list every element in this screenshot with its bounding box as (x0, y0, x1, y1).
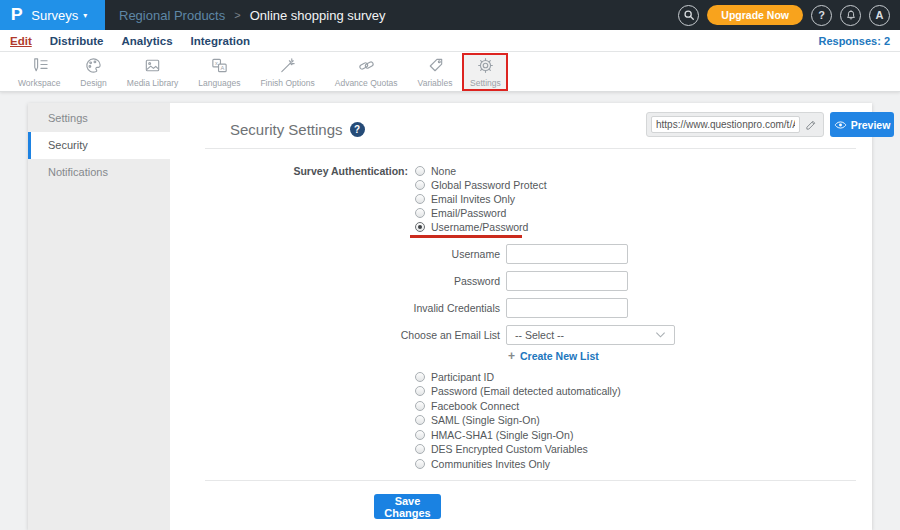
radio-icon[interactable] (415, 180, 425, 190)
nav-tab-distribute[interactable]: Distribute (50, 35, 104, 47)
radio-option-username-password[interactable]: Username/Password (415, 220, 547, 234)
radio-option-facebook-connect[interactable]: Facebook Connect (415, 399, 872, 414)
toolbar-item-workspace[interactable]: Workspace (8, 53, 70, 91)
annotation-underline (410, 235, 522, 238)
breadcrumb: Regional Products > Online shopping surv… (119, 8, 386, 23)
security-form: Survey Authentication: None Global Passw… (170, 164, 872, 519)
content-panel: Settings Security Notifications Security… (28, 103, 872, 530)
settings-gear-icon (476, 56, 495, 75)
edit-pencil-icon[interactable] (805, 119, 817, 131)
security-settings-pane: Security Settings ? Survey Authenticatio… (170, 103, 872, 530)
survey-authentication-label: Survey Authentication: (170, 164, 408, 238)
breadcrumb-separator: > (234, 9, 240, 21)
radio-icon[interactable] (415, 444, 425, 454)
save-changes-button[interactable]: Save Changes (374, 494, 441, 519)
create-new-list-link[interactable]: + Create New List (508, 351, 872, 362)
avatar[interactable]: A (869, 5, 890, 26)
bell-icon (845, 9, 857, 21)
radio-icon[interactable] (415, 430, 425, 440)
radio-icon[interactable] (415, 208, 425, 218)
nav-tab-integration[interactable]: Integration (191, 35, 250, 47)
toolbar-item-design[interactable]: Design (70, 53, 116, 91)
radio-option-hmac-sha1-sso[interactable]: HMAC-SHA1 (Single Sign-On) (415, 428, 872, 443)
design-icon (84, 56, 103, 75)
password-field[interactable] (506, 271, 628, 291)
svg-text:x: x (215, 60, 218, 66)
radio-option-email-password[interactable]: Email/Password (415, 206, 547, 220)
radio-icon[interactable] (415, 194, 425, 204)
radio-option-des-encrypted-variables[interactable]: DES Encrypted Custom Variables (415, 442, 872, 457)
settings-sidebar: Settings Security Notifications (28, 103, 170, 530)
advance-quotas-icon (357, 56, 376, 75)
surveys-menu-label: Surveys (31, 8, 78, 23)
toolbar-item-settings annotation-box[interactable]: Settings (462, 53, 508, 91)
caret-down-icon: ▾ (83, 10, 87, 20)
radio-option-global-password-protect[interactable]: Global Password Protect (415, 178, 547, 192)
nav-tab-analytics[interactable]: Analytics (121, 35, 172, 47)
breadcrumb-project[interactable]: Regional Products (119, 8, 225, 23)
page-title: Security Settings (230, 121, 343, 138)
password-label: Password (170, 275, 500, 287)
sidebar-item-security[interactable]: Security (28, 132, 170, 159)
radio-icon[interactable] (415, 386, 425, 396)
email-list-label: Choose an Email List (170, 329, 500, 341)
variables-icon (426, 56, 445, 75)
svg-text:A: A (220, 65, 224, 71)
radio-icon[interactable] (415, 166, 425, 176)
upgrade-now-button[interactable]: Upgrade Now (707, 5, 803, 25)
top-bar: P Surveys ▾ Regional Products > Online s… (0, 0, 900, 30)
invalid-credentials-field[interactable] (506, 298, 628, 318)
sidebar-item-settings[interactable]: Settings (28, 105, 170, 132)
toolbar-item-finish-options[interactable]: Finish Options (250, 53, 324, 91)
username-label: Username (170, 248, 500, 260)
toolbar-item-variables[interactable]: Variables (408, 53, 463, 91)
search-icon (683, 9, 695, 21)
survey-url-input[interactable] (651, 116, 800, 133)
radio-option-saml-sso[interactable]: SAML (Single Sign-On) (415, 413, 872, 428)
email-list-selected-value: -- Select -- (515, 329, 564, 341)
auth-options-bottom: Participant ID Password (Email detected … (415, 370, 872, 472)
auth-options-top: None Global Password Protect Email Invit… (415, 164, 547, 238)
survey-url-box (646, 112, 824, 137)
email-list-select[interactable]: -- Select -- (506, 325, 675, 345)
radio-icon[interactable] (415, 372, 425, 382)
radio-option-email-invites-only[interactable]: Email Invites Only (415, 192, 547, 206)
questionpro-logo: P (11, 5, 23, 25)
workspace-icon (30, 56, 49, 75)
radio-icon[interactable] (415, 415, 425, 425)
surveys-menu[interactable]: P Surveys ▾ (0, 0, 105, 30)
radio-icon-selected[interactable] (415, 222, 425, 232)
radio-option-password-email-detected[interactable]: Password (Email detected automatically) (415, 384, 872, 399)
toolbar-item-advance-quotas[interactable]: Advance Quotas (325, 53, 408, 91)
media-library-icon (143, 56, 162, 75)
notifications-button[interactable] (840, 5, 861, 26)
nav-tab-edit[interactable]: Edit (10, 35, 32, 47)
sidebar-item-notifications[interactable]: Notifications (28, 159, 170, 186)
radio-option-none[interactable]: None (415, 164, 547, 178)
divider (205, 480, 856, 481)
radio-icon[interactable] (415, 401, 425, 411)
radio-option-participant-id[interactable]: Participant ID (415, 370, 872, 385)
username-field[interactable] (506, 244, 628, 264)
toolbar-item-media-library[interactable]: Media Library (117, 53, 189, 91)
survey-nav: Edit Distribute Analytics Integration Re… (0, 30, 900, 52)
eye-icon (834, 120, 847, 130)
radio-option-communities-invites-only[interactable]: Communities Invites Only (415, 457, 872, 472)
radio-icon[interactable] (415, 459, 425, 469)
plus-icon: + (508, 351, 515, 361)
breadcrumb-current: Online shopping survey (250, 8, 386, 23)
help-button[interactable]: ? (811, 5, 832, 26)
toolbar-item-languages[interactable]: x A Languages (188, 53, 250, 91)
preview-button[interactable]: Preview (830, 112, 894, 137)
help-question-icon[interactable]: ? (350, 122, 365, 137)
edit-toolbar: Workspace Design Media Library x A Langu… (0, 52, 900, 92)
divider (205, 148, 856, 149)
responses-count[interactable]: Responses: 2 (818, 35, 890, 47)
invalid-credentials-label: Invalid Credentials (170, 302, 500, 314)
chevron-down-icon (655, 331, 666, 339)
languages-icon: x A (210, 56, 229, 75)
search-button[interactable] (678, 5, 699, 26)
finish-options-icon (278, 56, 297, 75)
